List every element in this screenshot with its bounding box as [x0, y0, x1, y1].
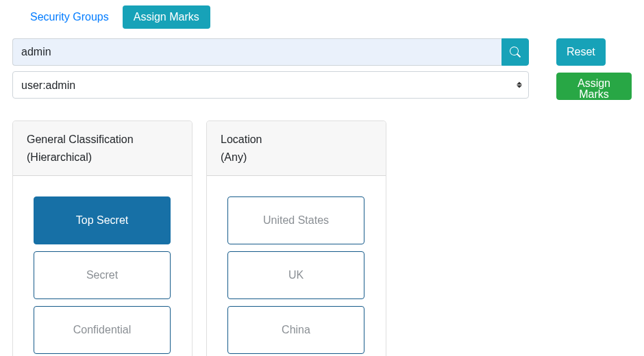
- search-group: [12, 38, 529, 66]
- mark-united-states[interactable]: United States: [227, 196, 364, 244]
- search-button[interactable]: [501, 38, 529, 66]
- card-title-line1: Location: [221, 134, 262, 145]
- card-general-classification: General Classification (Hierarchical) To…: [12, 120, 193, 356]
- mark-uk[interactable]: UK: [227, 251, 364, 299]
- search-icon: [510, 47, 521, 58]
- mark-china[interactable]: China: [227, 306, 364, 354]
- card-location: Location (Any) United States UK China: [206, 120, 386, 356]
- search-input[interactable]: [12, 38, 501, 66]
- tab-assign-marks[interactable]: Assign Marks: [123, 5, 210, 29]
- cards-row: General Classification (Hierarchical) To…: [12, 120, 632, 356]
- card-header: Location (Any): [207, 121, 386, 176]
- mark-confidential[interactable]: Confidential: [34, 306, 171, 354]
- mark-top-secret[interactable]: Top Secret: [34, 196, 171, 244]
- tab-security-groups[interactable]: Security Groups: [19, 5, 120, 29]
- card-header: General Classification (Hierarchical): [13, 121, 192, 176]
- card-title-line1: General Classification: [27, 134, 134, 145]
- mark-secret[interactable]: Secret: [34, 251, 171, 299]
- card-title-line2: (Any): [221, 151, 247, 163]
- card-title-line2: (Hierarchical): [27, 151, 92, 163]
- tabs: Security Groups Assign Marks: [19, 5, 632, 29]
- user-select[interactable]: user:admin: [12, 71, 529, 99]
- assign-marks-button[interactable]: Assign Marks: [556, 73, 632, 100]
- reset-button[interactable]: Reset: [556, 38, 606, 66]
